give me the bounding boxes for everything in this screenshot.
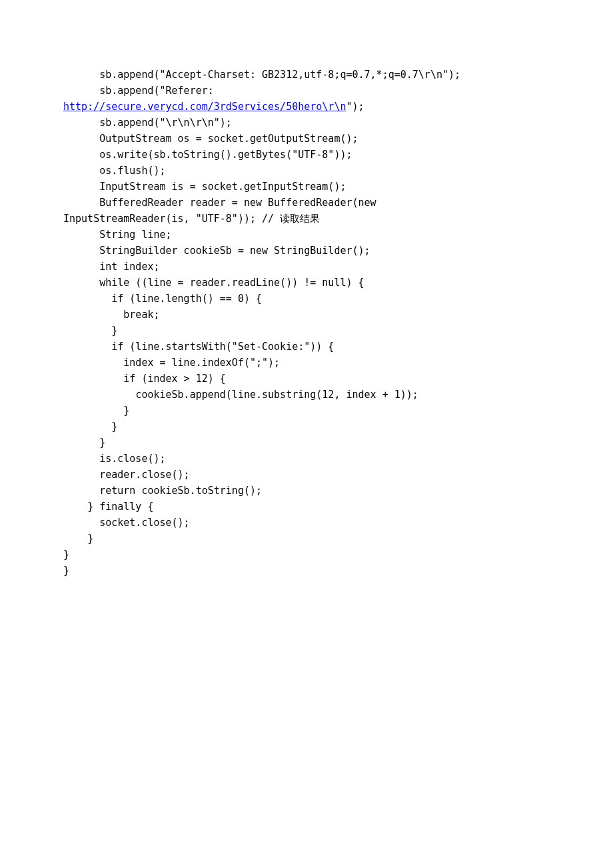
code-line: if (index > 12) { [63, 371, 550, 387]
indent [63, 261, 99, 273]
code-text: index = line.indexOf(";"); [123, 357, 280, 369]
code-line: String line; [63, 227, 550, 243]
code-line: http://secure.verycd.com/3rdServices/50h… [63, 99, 550, 115]
code-text: } [99, 437, 105, 449]
code-text: sb.append("\r\n\r\n"); [99, 117, 232, 129]
code-line: } [63, 531, 550, 547]
indent [63, 277, 99, 289]
code-line: os.flush(); [63, 163, 550, 179]
document-page: sb.append("Accept-Charset: GB2312,utf-8;… [0, 0, 613, 619]
code-text: } [123, 405, 129, 417]
code-line: if (line.startsWith("Set-Cookie:")) { [63, 339, 550, 355]
code-line: } [63, 403, 550, 419]
code-line: BufferedReader reader = new BufferedRead… [63, 195, 550, 211]
indent [63, 309, 123, 321]
code-line: while ((line = reader.readLine()) != nul… [63, 275, 550, 291]
indent [63, 517, 99, 529]
code-text: os.flush(); [99, 165, 165, 177]
code-text: socket.close(); [99, 517, 189, 529]
code-line: is.close(); [63, 451, 550, 467]
code-line: break; [63, 307, 550, 323]
code-text: if (line.startsWith("Set-Cookie:")) { [111, 341, 334, 353]
indent [63, 485, 99, 497]
code-text: } [63, 565, 69, 577]
code-text-tail: "); [346, 101, 364, 113]
indent [63, 341, 111, 353]
code-text: InputStream is = socket.getInputStream()… [99, 181, 346, 193]
indent [63, 405, 123, 417]
code-text: } [87, 533, 93, 545]
indent [63, 197, 99, 209]
code-line: } [63, 435, 550, 451]
code-line: } finally { [63, 499, 550, 515]
code-line: OutputStream os = socket.getOutputStream… [63, 131, 550, 147]
indent [63, 133, 99, 145]
indent [63, 117, 99, 129]
indent [63, 389, 135, 401]
indent [63, 229, 99, 241]
code-text: } [63, 549, 69, 561]
indent [63, 533, 87, 545]
code-text: cookieSb.append(line.substring(12, index… [135, 389, 418, 401]
code-line: os.write(sb.toString().getBytes("UTF-8")… [63, 147, 550, 163]
code-line: InputStreamReader(is, "UTF-8")); // 读取结果 [63, 211, 550, 227]
indent [63, 501, 87, 513]
indent [63, 69, 99, 81]
code-line: InputStream is = socket.getInputStream()… [63, 179, 550, 195]
code-text: while ((line = reader.readLine()) != nul… [99, 277, 364, 289]
code-text: InputStreamReader(is, "UTF-8")); // 读取结果 [63, 213, 320, 225]
code-line: if (line.length() == 0) { [63, 291, 550, 307]
code-line: } [63, 547, 550, 563]
indent [63, 453, 99, 465]
code-text: if (index > 12) { [123, 373, 226, 385]
code-line: index = line.indexOf(";"); [63, 355, 550, 371]
indent [63, 357, 123, 369]
code-line: reader.close(); [63, 467, 550, 483]
hyperlink-text[interactable]: http://secure.verycd.com/3rdServices/50h… [63, 101, 346, 113]
indent [63, 245, 99, 257]
code-text: sb.append("Referer: [99, 85, 220, 97]
code-text: String line; [99, 229, 171, 241]
code-text: } [111, 325, 117, 337]
indent [63, 85, 99, 97]
code-text: is.close(); [99, 453, 165, 465]
code-line: sb.append("Referer: [63, 83, 550, 99]
code-text: reader.close(); [99, 469, 189, 481]
indent [63, 165, 99, 177]
code-line: } [63, 563, 550, 579]
indent [63, 373, 123, 385]
code-line: sb.append("\r\n\r\n"); [63, 115, 550, 131]
indent [63, 181, 99, 193]
code-line: cookieSb.append(line.substring(12, index… [63, 387, 550, 403]
indent [63, 421, 111, 433]
code-text: os.write(sb.toString().getBytes("UTF-8")… [99, 149, 352, 161]
code-text: StringBuilder cookieSb = new StringBuild… [99, 245, 370, 257]
code-text: if (line.length() == 0) { [111, 293, 262, 305]
code-line: StringBuilder cookieSb = new StringBuild… [63, 243, 550, 259]
code-text: BufferedReader reader = new BufferedRead… [99, 197, 382, 209]
indent [63, 149, 99, 161]
code-text: return cookieSb.toString(); [99, 485, 262, 497]
indent [63, 469, 99, 481]
code-line: int index; [63, 259, 550, 275]
code-line: sb.append("Accept-Charset: GB2312,utf-8;… [63, 67, 550, 83]
indent [63, 325, 111, 337]
code-text: } finally { [87, 501, 153, 513]
code-text: sb.append("Accept-Charset: GB2312,utf-8;… [99, 69, 460, 81]
code-text: OutputStream os = socket.getOutputStream… [99, 133, 358, 145]
indent [63, 293, 111, 305]
code-text: break; [123, 309, 159, 321]
code-line: socket.close(); [63, 515, 550, 531]
code-line: } [63, 323, 550, 339]
indent [63, 437, 99, 449]
code-text: } [111, 421, 117, 433]
code-line: return cookieSb.toString(); [63, 483, 550, 499]
code-line: } [63, 419, 550, 435]
code-text: int index; [99, 261, 159, 273]
